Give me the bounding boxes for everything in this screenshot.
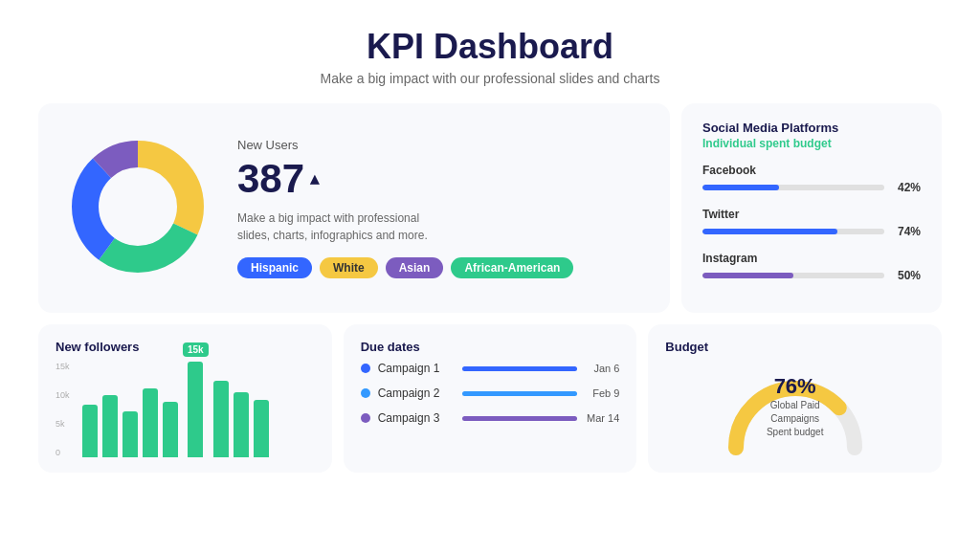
due-dates-title: Due dates (361, 340, 620, 354)
budget-card: Budget 76% Global Paid Campaigns Spent b… (648, 324, 942, 473)
tag-hispanic[interactable]: Hispanic (237, 257, 312, 278)
bar-col-9 (254, 400, 269, 457)
campaign-3-bar (462, 416, 578, 421)
facebook-label: Facebook (702, 164, 921, 177)
facebook-pct: 42% (892, 181, 921, 194)
campaign-1-bar (462, 366, 578, 371)
bar-block-6 (188, 362, 203, 457)
twitter-bar-track (702, 229, 884, 234)
bar-block-2 (102, 395, 118, 457)
new-users-label: New Users (237, 138, 647, 152)
demographic-tags: Hispanic White Asian African-American (237, 257, 647, 278)
svg-point-5 (100, 168, 176, 245)
instagram-pct: 50% (892, 269, 921, 282)
followers-chart-wrap: 15k 10k 5k 0 (56, 362, 315, 457)
new-users-description: Make a big impact with professional slid… (237, 210, 448, 244)
social-media-card: Social Media Platforms Individual spent … (681, 103, 942, 313)
platform-twitter: Twitter 74% (702, 208, 921, 238)
twitter-bar-fill (702, 229, 837, 234)
page-title: KPI Dashboard (0, 27, 980, 67)
platform-facebook: Facebook 42% (702, 164, 921, 194)
campaign-2-bar (462, 391, 578, 396)
campaign-row-2: Campaign 2 Feb 9 (361, 386, 620, 400)
bar-block-8 (234, 392, 249, 457)
campaign-2-date: Feb 9 (585, 387, 619, 399)
bar-col-8 (234, 392, 249, 457)
due-dates-card: Due dates Campaign 1 Jan 6 Campaign 2 Fe… (344, 324, 637, 473)
campaign-2-dot (361, 388, 370, 398)
dashboard-grid: New Users 387 ▴ Make a big impact with p… (0, 103, 980, 484)
new-users-info: New Users 387 ▴ Make a big impact with p… (237, 138, 647, 278)
twitter-label: Twitter (702, 208, 921, 221)
campaign-3-date: Mar 14 (585, 412, 619, 424)
page-subtitle: Make a big impact with our professional … (0, 71, 980, 86)
campaign-2-name: Campaign 2 (378, 386, 455, 400)
facebook-bar-wrap: 42% (702, 181, 921, 194)
gauge-label: Global Paid Campaigns Spent budget (757, 399, 834, 439)
tag-white[interactable]: White (320, 257, 378, 278)
bar-block-7 (213, 381, 229, 457)
bar-block-9 (254, 400, 269, 457)
platform-instagram: Instagram 50% (702, 252, 921, 282)
gauge-percentage: 76% (757, 374, 834, 399)
social-media-subtitle: Individual spent budget (702, 137, 921, 150)
bar-block-3 (122, 411, 138, 457)
instagram-bar-wrap: 50% (702, 269, 921, 282)
bar-col-1 (82, 405, 98, 457)
bar-col-6-highlight: 15k (183, 342, 209, 457)
new-users-card: New Users 387 ▴ Make a big impact with p… (38, 103, 670, 313)
budget-title: Budget (665, 340, 708, 354)
bar-col-5 (163, 402, 178, 457)
facebook-bar-fill (702, 185, 779, 190)
new-users-value: 387 ▴ (237, 156, 647, 202)
gauge-center: 76% Global Paid Campaigns Spent budget (757, 374, 834, 439)
social-media-title: Social Media Platforms (702, 121, 921, 135)
bar-tooltip: 15k (183, 342, 209, 357)
campaign-row-3: Campaign 3 Mar 14 (361, 411, 620, 425)
donut-chart (61, 130, 214, 287)
twitter-bar-wrap: 74% (702, 225, 921, 238)
instagram-bar-fill (702, 273, 793, 278)
bar-block-1 (82, 405, 98, 457)
instagram-bar-track (702, 273, 884, 278)
bar-col-3 (122, 411, 138, 457)
followers-card: New followers 15k 10k 5k 0 (38, 324, 332, 473)
bar-chart: 15k (56, 362, 315, 457)
bar-col-4 (143, 388, 158, 457)
campaign-3-name: Campaign 3 (378, 411, 455, 425)
campaign-1-name: Campaign 1 (378, 362, 455, 375)
instagram-label: Instagram (702, 252, 921, 265)
campaign-1-date: Jan 6 (585, 363, 619, 374)
bar-col-7 (213, 381, 229, 457)
gauge-chart: 76% Global Paid Campaigns Spent budget (719, 362, 872, 448)
bar-block-5 (163, 402, 178, 457)
page-header: KPI Dashboard Make a big impact with our… (0, 0, 980, 103)
tag-african-american[interactable]: African-American (451, 257, 573, 278)
campaign-row-1: Campaign 1 Jan 6 (361, 362, 620, 375)
trend-arrow-icon: ▴ (310, 168, 319, 189)
tag-asian[interactable]: Asian (386, 257, 444, 278)
bar-block-4 (143, 388, 158, 457)
bottom-row: New followers 15k 10k 5k 0 (38, 324, 942, 473)
campaign-1-dot (361, 364, 370, 373)
facebook-bar-track (702, 185, 884, 190)
campaign-3-dot (361, 413, 370, 423)
twitter-pct: 74% (892, 225, 921, 238)
bar-col-2 (102, 395, 118, 457)
